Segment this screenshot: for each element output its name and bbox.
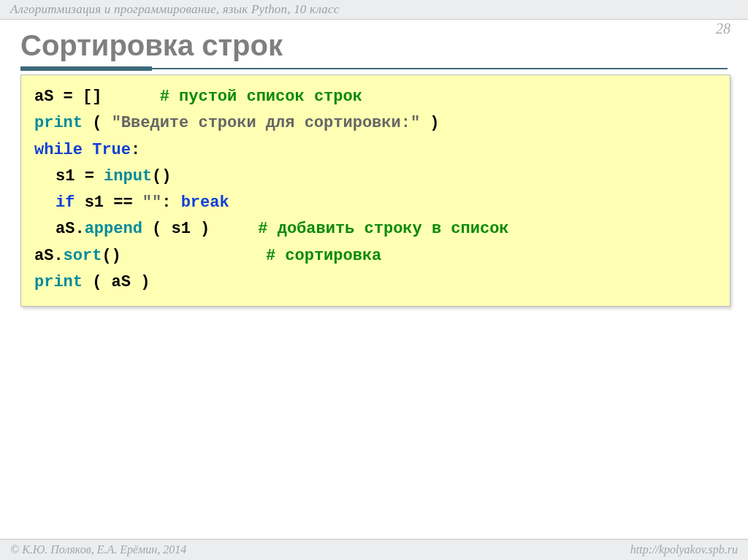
code-line-2: print ( "Введите строки для сортировки:"…: [34, 110, 717, 137]
code-func: print: [34, 273, 83, 291]
code-token: (: [83, 114, 112, 132]
code-token: s1 ==: [75, 193, 142, 212]
code-keyword: True: [92, 141, 131, 159]
code-func: input: [104, 167, 152, 185]
code-line-7: aS.sort() # сортировка: [34, 243, 717, 269]
code-token: (): [152, 167, 171, 185]
code-token: aS: [34, 88, 53, 106]
code-string: "Введите строки для сортировки:": [112, 114, 420, 132]
underline-thick: [20, 66, 152, 71]
code-keyword: if: [56, 193, 75, 212]
code-func: append: [85, 220, 142, 238]
page-title: Сортировка строк: [20, 29, 728, 62]
breadcrumb: Алгоритмизация и программирование, язык …: [10, 2, 340, 17]
header-bar: Алгоритмизация и программирование, язык …: [0, 0, 748, 20]
footer: © К.Ю. Поляков, Е.А. Ерёмин, 2014 http:/…: [0, 539, 748, 560]
code-func: sort: [64, 247, 102, 265]
code-token: aS.: [34, 247, 64, 265]
code-line-5: if s1 == "": break: [34, 190, 717, 216]
code-block: aS = [] # пустой список строк print ( "В…: [20, 74, 730, 307]
code-line-8: print ( aS ): [34, 269, 717, 296]
code-line-1: aS = [] # пустой список строк: [34, 84, 717, 110]
title-area: Сортировка строк: [20, 29, 728, 71]
code-token: ( s1 ): [142, 220, 210, 238]
code-token: = []: [53, 88, 102, 106]
code-token: [83, 141, 92, 159]
code-keyword: break: [181, 193, 229, 212]
code-string: "": [142, 193, 161, 212]
code-line-6: aS.append ( s1 ) # добавить строку в спи…: [34, 216, 717, 242]
code-token: ( aS ): [83, 273, 150, 291]
code-token: s1 =: [56, 167, 104, 185]
code-token: (): [102, 247, 121, 265]
code-func: print: [34, 114, 83, 132]
code-comment: # пустой список строк: [160, 88, 362, 106]
code-line-3: while True:: [34, 137, 717, 164]
code-token: :: [131, 141, 140, 159]
code-comment: # добавить строку в список: [258, 220, 508, 238]
code-comment: # сортировка: [266, 247, 381, 265]
code-keyword: while: [34, 141, 83, 159]
code-line-4: s1 = input(): [34, 164, 717, 190]
code-spacing: [102, 84, 159, 110]
code-spacing: [210, 216, 258, 242]
slide: Алгоритмизация и программирование, язык …: [0, 0, 748, 560]
underline-thin: [152, 68, 728, 69]
copyright: © К.Ю. Поляков, Е.А. Ерёмин, 2014: [10, 543, 186, 556]
title-underline: [20, 66, 728, 71]
code-token: ): [420, 114, 439, 132]
code-token: :: [161, 193, 180, 212]
footer-link: http://kpolyakov.spb.ru: [630, 543, 738, 556]
code-spacing: [121, 243, 266, 269]
code-token: aS.: [56, 220, 85, 238]
